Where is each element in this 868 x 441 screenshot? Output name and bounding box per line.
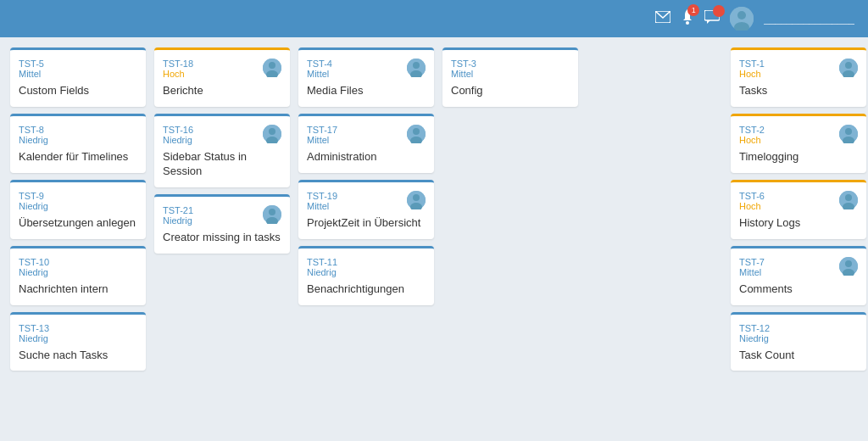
task-card[interactable]: TST-7MittelComments <box>731 246 866 305</box>
card-title: Comments <box>739 282 858 297</box>
task-card[interactable]: TST-10NiedrigNachrichten intern <box>10 246 146 305</box>
card-id: TST-13 <box>19 323 49 333</box>
card-priority: Mittel <box>739 267 765 277</box>
card-meta: TST-8Niedrig <box>19 125 48 150</box>
card-avatar <box>263 59 281 77</box>
card-id: TST-10 <box>19 257 49 267</box>
card-header-row: TST-16Niedrig <box>163 125 281 150</box>
card-priority: Niedrig <box>19 201 48 211</box>
card-meta: TST-4Mittel <box>307 59 332 84</box>
column-1: TST-5MittelCustom FieldsTST-8NiedrigKale… <box>10 47 146 431</box>
header: 1 ________________ <box>0 0 868 37</box>
card-id: TST-17 <box>307 125 337 135</box>
svg-point-17 <box>413 62 420 69</box>
card-header-row: TST-3Mittel <box>451 59 570 84</box>
card-priority: Niedrig <box>307 267 337 277</box>
task-card[interactable]: TST-1HochTasks <box>731 47 866 107</box>
card-avatar <box>839 257 858 276</box>
card-meta: TST-16Niedrig <box>163 125 193 150</box>
card-meta: TST-21Niedrig <box>163 205 193 231</box>
column-2: TST-18HochBerichteTST-16NiedrigSidebar S… <box>154 47 290 431</box>
card-id: TST-8 <box>19 125 48 135</box>
task-card[interactable]: TST-17MittelAdministration <box>298 114 434 173</box>
card-title: Übersetzungen anlegen <box>19 216 137 231</box>
svg-point-11 <box>269 128 275 135</box>
card-title: Kalender für Timelines <box>19 150 137 165</box>
chat-badge <box>713 5 725 17</box>
task-card[interactable]: TST-3MittelConfig <box>442 47 578 107</box>
card-avatar <box>407 59 426 77</box>
card-title: Administration <box>307 150 426 165</box>
card-avatar <box>407 191 426 209</box>
task-card[interactable]: TST-12NiedrigTask Count <box>731 312 866 371</box>
svg-point-26 <box>845 62 852 69</box>
card-title: Nachrichten intern <box>19 282 137 297</box>
card-title: ProjektZeit in Übersicht <box>307 216 426 231</box>
bell-badge: 1 <box>687 4 699 16</box>
card-avatar <box>407 125 426 143</box>
bell-icon[interactable]: 1 <box>681 9 694 28</box>
card-avatar <box>839 59 858 77</box>
card-id: TST-11 <box>307 257 337 267</box>
card-header-row: TST-2Hoch <box>739 125 858 150</box>
card-title: Media Files <box>307 84 426 98</box>
task-card[interactable]: TST-13NiedrigSuche nach Tasks <box>10 312 146 371</box>
card-meta: TST-6Hoch <box>739 191 765 216</box>
card-header-row: TST-19Mittel <box>307 191 426 216</box>
column-3: TST-4MittelMedia FilesTST-17MittelAdmini… <box>298 47 434 431</box>
svg-point-20 <box>413 128 420 135</box>
card-header-row: TST-10Niedrig <box>19 257 137 282</box>
task-card[interactable]: TST-18HochBerichte <box>154 47 290 107</box>
header-right: 1 ________________ <box>655 7 854 31</box>
mail-icon[interactable] <box>655 11 670 26</box>
task-card[interactable]: TST-9NiedrigÜbersetzungen anlegen <box>10 180 146 239</box>
card-priority: Niedrig <box>163 215 193 226</box>
chat-icon[interactable] <box>704 10 720 27</box>
card-title: Config <box>451 84 570 98</box>
card-title: Tasks <box>739 84 858 98</box>
card-header-row: TST-4Mittel <box>307 59 426 84</box>
card-id: TST-4 <box>307 59 332 69</box>
card-header-row: TST-13Niedrig <box>19 323 137 349</box>
card-header-row: TST-17Mittel <box>307 125 426 150</box>
card-priority: Niedrig <box>19 333 49 343</box>
card-priority: Mittel <box>19 69 44 79</box>
task-card[interactable]: TST-19MittelProjektZeit in Übersicht <box>298 180 434 239</box>
task-card[interactable]: TST-11NiedrigBenachrichtigungen <box>298 246 434 305</box>
task-card[interactable]: TST-2HochTimelogging <box>731 114 866 173</box>
card-id: TST-5 <box>19 59 44 69</box>
card-title: Custom Fields <box>19 84 137 98</box>
task-card[interactable]: TST-16NiedrigSidebar Status in Session <box>154 114 290 187</box>
card-priority: Mittel <box>307 201 337 211</box>
task-card[interactable]: TST-8NiedrigKalender für Timelines <box>10 114 146 173</box>
card-meta: TST-5Mittel <box>19 59 44 84</box>
card-meta: TST-2Hoch <box>739 125 765 150</box>
card-priority: Niedrig <box>163 135 193 145</box>
task-card[interactable]: TST-5MittelCustom Fields <box>10 47 146 107</box>
card-title: Task Count <box>739 349 858 363</box>
card-id: TST-18 <box>163 59 193 69</box>
card-header-row: TST-8Niedrig <box>19 125 137 150</box>
card-meta: TST-13Niedrig <box>19 323 49 349</box>
card-title: History Logs <box>739 216 858 231</box>
user-avatar[interactable] <box>730 7 754 31</box>
card-title: Sidebar Status in Session <box>163 150 281 179</box>
task-card[interactable]: TST-21NiedrigCreator missing in tasks <box>154 194 290 254</box>
svg-point-1 <box>686 21 689 25</box>
task-card[interactable]: TST-6HochHistory Logs <box>731 180 866 239</box>
svg-point-8 <box>269 62 275 69</box>
card-meta: TST-3Mittel <box>451 59 476 84</box>
card-priority: Hoch <box>739 201 765 211</box>
svg-point-14 <box>269 209 275 215</box>
card-header-row: TST-11Niedrig <box>307 257 426 282</box>
card-title: Benachrichtigungen <box>307 282 426 297</box>
card-title: Creator missing in tasks <box>163 231 281 245</box>
card-id: TST-2 <box>739 125 765 135</box>
task-card[interactable]: TST-4MittelMedia Files <box>298 47 434 107</box>
card-meta: TST-18Hoch <box>163 59 193 84</box>
card-header-row: TST-1Hoch <box>739 59 858 84</box>
card-id: TST-19 <box>307 191 337 201</box>
card-meta: TST-12Niedrig <box>739 323 770 349</box>
card-meta: TST-9Niedrig <box>19 191 48 216</box>
card-priority: Hoch <box>163 69 193 79</box>
